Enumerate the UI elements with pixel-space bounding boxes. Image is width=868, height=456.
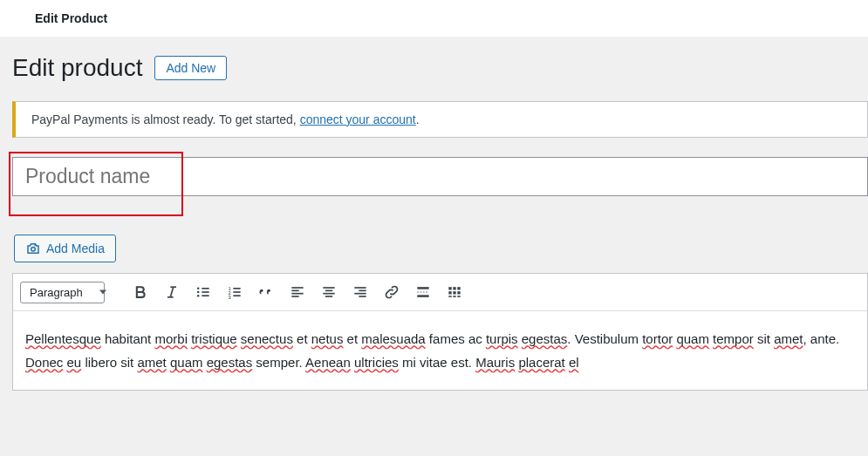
header-title: Edit Product bbox=[35, 11, 107, 25]
add-new-button[interactable]: Add New bbox=[154, 56, 227, 80]
align-left-button[interactable] bbox=[283, 279, 312, 305]
svg-point-0 bbox=[31, 248, 36, 252]
product-title-wrap bbox=[12, 157, 868, 196]
page-title-row: Edit product Add New bbox=[12, 54, 868, 82]
svg-rect-35 bbox=[453, 291, 455, 294]
link-button[interactable] bbox=[377, 279, 407, 305]
svg-point-5 bbox=[197, 291, 200, 294]
format-select[interactable]: Paragraph bbox=[20, 282, 105, 303]
svg-line-1 bbox=[170, 287, 173, 297]
editor-box: Paragraph 123 bbox=[12, 273, 868, 391]
svg-rect-37 bbox=[448, 296, 451, 297]
page-content: Edit product Add New PayPal Payments is … bbox=[0, 37, 868, 391]
bold-icon bbox=[132, 283, 149, 301]
align-right-button[interactable] bbox=[345, 279, 375, 305]
svg-rect-32 bbox=[453, 287, 455, 289]
svg-rect-34 bbox=[448, 291, 451, 294]
ul-icon bbox=[195, 283, 212, 301]
ol-icon: 123 bbox=[226, 283, 243, 301]
paypal-notice: PayPal Payments is almost ready. To get … bbox=[12, 101, 868, 138]
format-select-wrap: Paragraph bbox=[20, 282, 113, 303]
toolbar-toggle-icon bbox=[446, 283, 463, 301]
svg-rect-31 bbox=[448, 287, 451, 289]
ol-button[interactable]: 123 bbox=[220, 279, 249, 305]
svg-rect-36 bbox=[457, 291, 460, 294]
link-icon bbox=[383, 283, 400, 301]
top-header: Edit Product bbox=[0, 0, 868, 37]
bold-button[interactable] bbox=[126, 279, 155, 305]
editor-toolbar: Paragraph 123 bbox=[13, 274, 867, 311]
svg-rect-33 bbox=[457, 287, 460, 289]
notice-text-after: . bbox=[416, 112, 420, 126]
notice-text-before: PayPal Payments is almost ready. To get … bbox=[31, 112, 300, 126]
product-name-input[interactable] bbox=[12, 157, 868, 196]
read-more-button[interactable] bbox=[408, 279, 438, 305]
svg-text:3: 3 bbox=[229, 295, 231, 300]
camera-icon bbox=[25, 241, 41, 256]
quote-button[interactable] bbox=[251, 279, 281, 305]
svg-rect-30 bbox=[417, 295, 428, 297]
align-center-button[interactable] bbox=[314, 279, 344, 305]
connect-account-link[interactable]: connect your account bbox=[300, 112, 416, 126]
ul-button[interactable] bbox=[188, 279, 218, 305]
page-title: Edit product bbox=[12, 54, 142, 82]
svg-point-6 bbox=[197, 295, 200, 297]
add-media-label: Add Media bbox=[46, 242, 105, 255]
svg-point-4 bbox=[197, 288, 200, 290]
align-left-icon bbox=[289, 283, 306, 301]
toolbar-toggle-button[interactable] bbox=[440, 279, 469, 305]
align-center-icon bbox=[320, 283, 338, 301]
svg-rect-39 bbox=[457, 296, 460, 297]
add-media-button[interactable]: Add Media bbox=[14, 235, 116, 262]
quote-icon bbox=[257, 283, 275, 301]
align-right-icon bbox=[352, 283, 369, 301]
svg-rect-28 bbox=[417, 287, 428, 289]
editor-content[interactable]: Pellentesque habitant morbi tristique se… bbox=[13, 311, 867, 390]
read-more-icon bbox=[414, 283, 432, 301]
italic-icon bbox=[163, 283, 181, 301]
svg-rect-38 bbox=[453, 296, 455, 297]
italic-button[interactable] bbox=[157, 279, 187, 305]
